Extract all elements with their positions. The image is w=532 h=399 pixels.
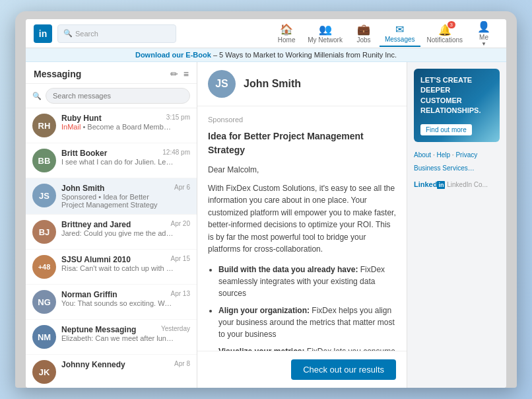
search-placeholder: Search <box>75 30 98 38</box>
messaging-panel: Messaging ✏ ≡ 🔍 RH <box>26 62 197 388</box>
conv-content: SJSU Alumni 2010 Apr 15 Risa: Can't wait… <box>61 255 190 272</box>
nav-me[interactable]: 👤 Me ▼ <box>469 19 498 50</box>
message-cta-footer: Check out our results <box>197 351 407 388</box>
message-detail-panel: JS John Smith Sponsored Idea for Better … <box>197 62 407 388</box>
privacy-link[interactable]: Privacy <box>455 151 477 159</box>
nav-network-label: My Network <box>308 36 343 44</box>
linkedin-brand-text: Linkedin LinkedIn Co... <box>414 180 500 188</box>
avatar: +48 <box>32 255 56 279</box>
linkedin-logo: in <box>34 24 52 43</box>
conv-time: Apr 6 <box>174 184 190 193</box>
bullet-bold: Build with the data you already have: <box>218 265 358 274</box>
conv-name: SJSU Alumni 2010 <box>61 255 131 264</box>
conv-content: Ruby Hunt 3:15 pm InMail • Become a Boar… <box>61 114 190 131</box>
conv-name: Ruby Hunt <box>61 114 102 123</box>
nav-me-label: Me <box>479 34 488 41</box>
conv-time: Apr 8 <box>174 360 190 369</box>
conv-preview: I see what I can do for Julien. Let me k… <box>61 158 174 166</box>
search-bar[interactable]: 🔍 Search <box>57 24 176 43</box>
list-item[interactable]: RH Ruby Hunt 3:15 pm InMail • Become a B… <box>26 108 197 143</box>
navbar: in 🔍 Search 🏠 Home 👥 My Network 💼 Jobs <box>26 19 506 48</box>
help-link[interactable]: Help <box>436 151 450 159</box>
list-item[interactable]: NM Neptune Messaging Yesterday Elizabeth… <box>26 320 197 355</box>
nav-home[interactable]: 🏠 Home <box>272 20 301 46</box>
about-link[interactable]: About <box>414 151 431 159</box>
conv-preview: Elizabeth: Can we meet after lunch tomor… <box>61 334 174 342</box>
notifications-badge: 3 <box>448 21 455 28</box>
message-search-input[interactable] <box>46 88 190 104</box>
more-options-icon[interactable]: ≡ <box>183 69 189 79</box>
home-icon: 🏠 <box>280 23 293 36</box>
messaging-header: Messaging ✏ ≡ <box>26 62 197 84</box>
compose-icon[interactable]: ✏ <box>170 69 178 79</box>
conv-preview: You: That sounds so exciting. We launche… <box>61 299 174 307</box>
conv-time: Yesterday <box>161 325 190 334</box>
banner-link[interactable]: Download our E-Book <box>135 51 211 59</box>
conv-content: Norman Griffin Apr 13 You: That sounds s… <box>61 290 190 307</box>
chevron-down-icon: ▼ <box>481 41 486 47</box>
conv-name: Brittney and Jared <box>61 220 131 229</box>
business-services-link[interactable]: Business Services… <box>414 164 475 172</box>
sender-name: John Smith <box>244 78 301 90</box>
rs-ad-card: LET'S CREATE DEEPER CUSTOMER RELATIONSHI… <box>414 69 500 142</box>
main-area: Messaging ✏ ≡ 🔍 RH <box>26 62 506 388</box>
conv-time: Apr 15 <box>171 255 190 264</box>
conv-content: Neptune Messaging Yesterday Elizabeth: C… <box>61 325 190 342</box>
nav-jobs[interactable]: 💼 Jobs <box>349 20 378 46</box>
list-item: Align your organization: FixDex helps yo… <box>218 305 396 340</box>
network-icon: 👥 <box>319 23 332 36</box>
nav-notifications[interactable]: 🔔 3 Notifications <box>422 21 468 46</box>
list-item[interactable]: BJ Brittney and Jared Apr 20 Jared: Coul… <box>26 215 197 250</box>
conv-name: Neptune Messaging <box>61 325 136 334</box>
conv-name: Norman Griffin <box>61 290 117 299</box>
conv-preview: Jared: Could you give me the address? <box>61 229 174 237</box>
rs-footer-links: About · Help · Privacy Business Services… <box>414 149 500 175</box>
email-subject: Idea for Better Project Management Strat… <box>208 129 396 157</box>
avatar: NM <box>32 325 56 349</box>
cta-button[interactable]: Check out our results <box>291 359 396 380</box>
messaging-header-icons: ✏ ≡ <box>170 69 189 79</box>
conv-preview: Sponsored • Idea for BetterProject Manag… <box>61 193 174 209</box>
conv-name: John Smith <box>61 184 104 193</box>
list-item[interactable]: JS John Smith Apr 6 Sponsored • Idea for… <box>26 178 197 215</box>
conv-content: Britt Booker 12:48 pm I see what I can d… <box>61 149 190 166</box>
banner-text: – 5 Ways to Market to Working Millenials… <box>213 51 397 59</box>
inmail-tag: InMail <box>61 123 81 131</box>
sender-avatar: JS <box>208 70 236 98</box>
sender-initials: JS <box>215 78 228 90</box>
list-item[interactable]: JK Johnny Kennedy Apr 8 <box>26 355 197 388</box>
message-search-bar: 🔍 <box>26 84 197 108</box>
promo-banner: Download our E-Book – 5 Ways to Market t… <box>26 48 506 62</box>
email-greeting: Dear Malcolm, <box>208 164 396 176</box>
nav-notifications-label: Notifications <box>427 36 463 44</box>
conv-content: Brittney and Jared Apr 20 Jared: Could y… <box>61 220 190 237</box>
conv-preview-text: • Become a Board Member for XYZ System <box>83 123 174 131</box>
sponsored-label: Sponsored <box>208 114 396 126</box>
avatar: RH <box>32 114 56 137</box>
conv-name: Johnny Kennedy <box>61 360 125 369</box>
email-bullet-list: Build with the data you already have: Fi… <box>208 264 396 351</box>
find-out-more-button[interactable]: Find out more <box>420 124 472 135</box>
conv-content: Johnny Kennedy Apr 8 <box>61 360 190 369</box>
list-item[interactable]: +48 SJSU Alumni 2010 Apr 15 Risa: Can't … <box>26 250 197 285</box>
nav-home-label: Home <box>278 36 296 44</box>
nav-jobs-label: Jobs <box>356 36 370 44</box>
conv-preview: Risa: Can't wait to catch up with everyo… <box>61 264 174 272</box>
message-detail-body: Sponsored Idea for Better Project Manage… <box>197 106 407 351</box>
conv-name: Britt Booker <box>61 149 107 158</box>
search-icon: 🔍 <box>32 92 42 100</box>
nav-messages[interactable]: ✉ Messages <box>380 20 420 47</box>
email-body-para1: With FixDex Custom Solutions, it's easy … <box>208 182 396 256</box>
conv-time: 3:15 pm <box>166 114 190 123</box>
list-item[interactable]: BB Britt Booker 12:48 pm I see what I ca… <box>26 143 197 178</box>
messages-icon: ✉ <box>395 24 404 35</box>
avatar: BJ <box>32 220 56 244</box>
conv-time: Apr 20 <box>171 220 190 229</box>
list-item: Build with the data you already have: Fi… <box>218 264 396 299</box>
list-item[interactable]: NG Norman Griffin Apr 13 You: That sound… <box>26 285 197 320</box>
conv-content: John Smith Apr 6 Sponsored • Idea for Be… <box>61 184 190 209</box>
message-detail-header: JS John Smith <box>197 62 407 106</box>
nav-network[interactable]: 👥 My Network <box>302 20 348 46</box>
avatar: JK <box>32 360 56 384</box>
conv-preview: InMail • Become a Board Member for XYZ S… <box>61 123 174 131</box>
